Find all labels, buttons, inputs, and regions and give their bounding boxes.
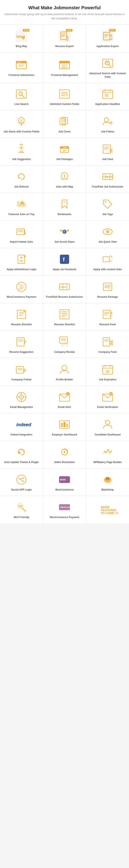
svg-point-92 xyxy=(20,256,23,259)
feature-cell-free-paid-job-submission: FREEPAIDFree/Paid Job Submission xyxy=(86,165,129,193)
woocommerce-payment-label: WooCommerce Payment xyxy=(7,295,36,299)
resume-export-label: Resume Export xyxy=(55,44,74,48)
bookmarks-icon xyxy=(58,198,71,211)
feature-cell-company-review: Company Review xyxy=(43,331,86,358)
svg-rect-131 xyxy=(17,338,24,346)
svg-text:!: ! xyxy=(67,393,68,395)
feature-cell-frontend-submission: Frontend Submission xyxy=(0,52,43,83)
job-refresh-icon xyxy=(15,170,28,183)
svg-text:f: f xyxy=(64,230,65,234)
svg-rect-100 xyxy=(103,257,109,262)
svg-point-33 xyxy=(20,93,21,94)
apply-custom-links-icon xyxy=(101,253,114,266)
svg-point-170 xyxy=(17,475,26,484)
apply-custom-links-label: Apply with custom links xyxy=(93,268,122,271)
feature-cell-woocommerce-payment2: WooCommerceWooCommerce Payment xyxy=(43,496,86,523)
resume-feed-label: Resume Feed xyxy=(99,323,116,326)
svg-rect-124 xyxy=(103,310,111,318)
email-management-icon xyxy=(15,391,28,403)
auto-update-label: Auto Update Theme & Plugin xyxy=(4,461,39,464)
company-follow-label: Company Follow xyxy=(11,378,32,381)
feature-cell-jobs-with-map: Jobs with Map xyxy=(43,165,86,193)
mailchimp-icon xyxy=(101,473,114,486)
svg-rect-162 xyxy=(61,423,63,427)
frontend-management-label: Frontend Management xyxy=(51,73,78,77)
svg-rect-137 xyxy=(103,338,110,346)
woocommerce-payment-icon: $ xyxy=(15,280,28,293)
svg-text:∞: ∞ xyxy=(66,94,68,97)
resume-shortlist-2-icon xyxy=(58,308,71,321)
svg-point-46 xyxy=(20,119,23,122)
job-expiration-icon xyxy=(101,363,114,376)
bookmarks-label: Bookmarks xyxy=(57,213,71,216)
candidate-dashboard-icon xyxy=(101,418,114,431)
svg-point-182 xyxy=(106,478,107,479)
feature-cell-mailchimp: Mailchimp xyxy=(86,468,129,496)
featured-jobs-on-top-icon xyxy=(15,198,28,211)
featured-jobs-on-top-label: Featured Jobs on Top xyxy=(8,213,34,216)
feature-cell-job-packages: JOBJob Packages xyxy=(43,138,86,165)
svg-line-185 xyxy=(22,508,26,512)
frontend-submission-label: Frontend Submission xyxy=(9,73,34,77)
svg-line-174 xyxy=(20,478,22,479)
feature-cell-more-features: MOREFEATURESTO COME !!! xyxy=(86,496,129,523)
more-features-icon: MOREFEATURESTO COME !!! xyxy=(100,504,115,516)
application-export-badge: NEW xyxy=(109,29,116,32)
svg-line-168 xyxy=(23,451,24,452)
svg-point-81 xyxy=(105,202,106,203)
svg-text:woo: woo xyxy=(60,478,66,481)
resume-suggestion-icon xyxy=(15,336,28,348)
seo-friendly-label: SEO Friendly xyxy=(14,516,29,519)
job-clone-icon xyxy=(58,115,71,128)
feature-cell-apply-custom-links: Apply with custom links xyxy=(86,248,129,275)
resume-export-icon: NEW xyxy=(58,30,71,42)
feature-cell-unlimited-custom-fields: ∞Unlimited Custom Fields xyxy=(43,83,86,110)
resume-shortlist-1-label: Resume Shortlist xyxy=(11,323,32,326)
svg-line-27 xyxy=(109,64,111,67)
indeed-integration-label: Indeed Integration xyxy=(10,433,32,436)
svg-text:f: f xyxy=(63,256,65,262)
svg-point-2 xyxy=(22,37,23,38)
svg-point-181 xyxy=(105,477,110,480)
job-packages-icon: JOB xyxy=(58,143,71,155)
svg-rect-119 xyxy=(60,310,69,319)
resume-shortlist-1-icon xyxy=(15,308,28,321)
woocommerce-payment2-icon: WooCommerce xyxy=(58,501,71,514)
application-export-icon: NEW xyxy=(101,30,114,42)
auto-update-icon xyxy=(15,446,28,458)
job-quick-view-icon xyxy=(101,225,114,238)
svg-text:JOB: JOB xyxy=(63,147,67,149)
svg-rect-64 xyxy=(103,145,111,153)
job-tags-label: Job Tags xyxy=(102,213,113,216)
features-grid: bingNEWBing MapNEWResume ExportNEWApplic… xyxy=(0,25,129,523)
feature-cell-indeed-integration: indeedIndeed Integration xyxy=(0,413,43,441)
apply-without-login-icon xyxy=(15,253,28,266)
job-suggestion-icon xyxy=(15,143,28,155)
slider-revolution-icon xyxy=(58,446,71,458)
feature-cell-application-deadline: 31Application Deadline xyxy=(86,83,129,110)
svg-point-75 xyxy=(111,175,113,178)
free-paid-resume-label: Free/Paid Resume Submission xyxy=(46,295,83,299)
job-feed-label: Job Feed xyxy=(102,157,113,161)
employer-dashboard-icon xyxy=(58,418,71,431)
svg-point-90 xyxy=(107,231,108,232)
svg-point-129 xyxy=(111,314,113,316)
job-refresh-label: Job Refresh xyxy=(14,185,29,189)
slider-revolution-label: Slider Revolution xyxy=(54,461,75,464)
svg-point-169 xyxy=(64,451,65,453)
feature-cell-resume-export: NEWResume Export xyxy=(43,25,86,52)
company-review-icon xyxy=(58,336,71,348)
woocommerce-icon: woo xyxy=(58,473,71,486)
feature-cell-wpbakery: WPBakery Page Builder xyxy=(86,441,129,468)
feature-cell-job-alerts: Job Alerts with Custom Fields xyxy=(0,111,43,138)
frontend-submission-icon xyxy=(15,59,28,71)
svg-line-175 xyxy=(20,479,22,481)
feature-cell-employer-dashboard: Employer Dashboard xyxy=(43,413,86,441)
svg-text:TO COME !!!: TO COME !!! xyxy=(101,512,118,515)
svg-rect-14 xyxy=(16,61,27,63)
bing-map-icon: bingNEW xyxy=(15,30,28,42)
svg-rect-163 xyxy=(63,422,66,427)
company-feed-label: Company Feed xyxy=(99,350,117,354)
feature-cell-job-clone: Job Clone xyxy=(43,111,86,138)
email-alert-label: Email Alert xyxy=(58,405,71,409)
